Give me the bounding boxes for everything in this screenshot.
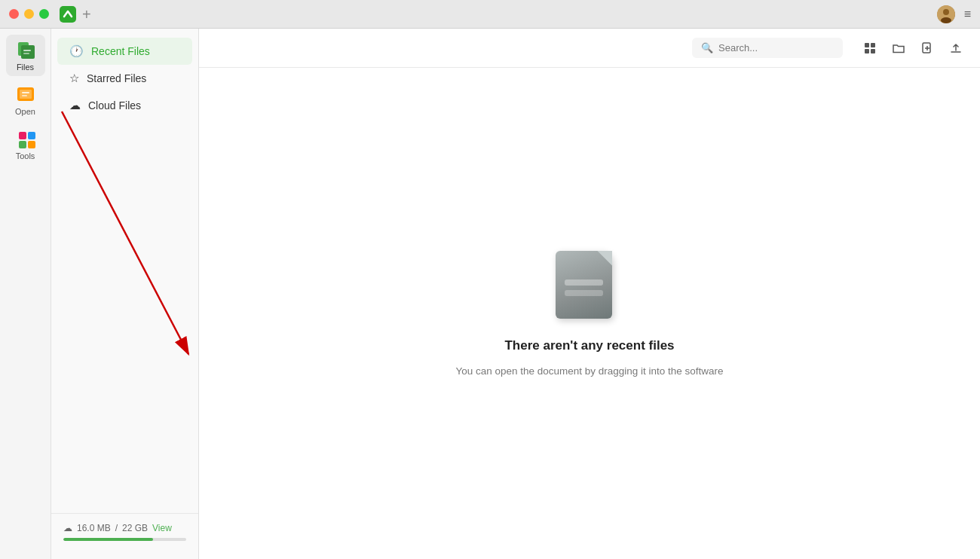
- nav-item-recent[interactable]: 🕐 Recent Files: [57, 38, 192, 65]
- files-label: Files: [17, 63, 34, 72]
- search-input[interactable]: [718, 42, 824, 53]
- svg-rect-10: [22, 92, 29, 93]
- svg-point-3: [941, 17, 951, 23]
- tools-label: Tools: [16, 151, 35, 160]
- storage-info: ☁ 16.0 MB / 22 GB View: [63, 523, 186, 533]
- svg-rect-0: [60, 6, 76, 23]
- minimize-button[interactable]: [24, 9, 34, 19]
- svg-point-2: [943, 9, 949, 15]
- menu-icon[interactable]: ≡: [964, 8, 971, 21]
- recent-icon: 🕐: [69, 44, 84, 58]
- empty-state: There aren't any recent files You can op…: [199, 68, 980, 559]
- svg-rect-19: [871, 49, 875, 53]
- nav-item-starred-label: Starred Files: [87, 72, 146, 84]
- open-label: Open: [15, 107, 35, 116]
- sidebar-item-tools[interactable]: Tools: [6, 124, 45, 165]
- nav-item-recent-label: Recent Files: [91, 45, 150, 57]
- svg-rect-16: [865, 43, 869, 47]
- empty-doc-shape: [556, 251, 612, 319]
- search-bar[interactable]: 🔍: [692, 38, 843, 58]
- tools-icon: [15, 128, 36, 149]
- toolbar: 🔍: [199, 29, 980, 68]
- close-button[interactable]: [9, 9, 19, 19]
- storage-total: 22 GB: [122, 523, 148, 533]
- empty-subtitle: You can open the document by dragging it…: [455, 365, 723, 377]
- files-icon: [15, 39, 36, 60]
- star-icon: ☆: [69, 72, 79, 85]
- empty-doc-line1: [565, 280, 603, 286]
- cloud-icon: ☁: [69, 99, 81, 112]
- empty-doc-fold: [597, 251, 612, 266]
- add-file-button[interactable]: [915, 36, 939, 60]
- storage-used: 16.0 MB: [77, 523, 111, 533]
- nav-sidebar-footer: ☁ 16.0 MB / 22 GB View: [51, 513, 198, 550]
- storage-bar-fill: [63, 538, 153, 541]
- storage-bar: [63, 538, 186, 541]
- storage-cloud-icon: ☁: [63, 523, 72, 533]
- new-tab-button[interactable]: +: [82, 7, 91, 22]
- svg-rect-6: [23, 50, 31, 51]
- storage-view-link[interactable]: View: [152, 523, 172, 533]
- traffic-lights: [9, 9, 49, 19]
- nav-item-cloud-label: Cloud Files: [88, 99, 141, 111]
- svg-rect-9: [20, 90, 32, 99]
- titlebar: + ≡: [0, 0, 980, 29]
- empty-title: There aren't any recent files: [504, 338, 674, 353]
- open-icon: [15, 84, 36, 105]
- svg-rect-14: [19, 141, 26, 148]
- titlebar-right: ≡: [937, 5, 971, 23]
- maximize-button[interactable]: [39, 9, 49, 19]
- user-avatar[interactable]: [937, 5, 955, 23]
- svg-rect-18: [865, 49, 869, 53]
- folder-button[interactable]: [887, 36, 911, 60]
- nav-sidebar: 🕐 Recent Files ☆ Starred Files ☁ Cloud F…: [51, 29, 199, 559]
- nav-item-starred[interactable]: ☆ Starred Files: [57, 65, 192, 92]
- svg-rect-11: [22, 95, 27, 96]
- icon-sidebar: Files Open Too: [0, 29, 51, 559]
- svg-rect-12: [19, 132, 26, 139]
- search-icon: 🔍: [701, 42, 713, 53]
- empty-doc-line2: [565, 290, 603, 296]
- toolbar-actions: [858, 36, 968, 60]
- nav-item-cloud[interactable]: ☁ Cloud Files: [57, 92, 192, 119]
- main-content: 🔍: [199, 29, 980, 559]
- svg-rect-7: [23, 53, 29, 54]
- svg-rect-17: [871, 43, 875, 47]
- storage-separator: /: [115, 523, 118, 533]
- sidebar-item-files[interactable]: Files: [6, 35, 45, 76]
- sidebar-item-open[interactable]: Open: [6, 79, 45, 121]
- app-body: Files Open Too: [0, 29, 980, 559]
- grid-view-button[interactable]: [858, 36, 882, 60]
- svg-rect-15: [28, 141, 35, 148]
- upload-button[interactable]: [944, 36, 968, 60]
- app-logo: [60, 6, 76, 23]
- svg-rect-13: [28, 132, 35, 139]
- svg-rect-5: [21, 45, 35, 59]
- empty-file-icon: [556, 251, 623, 326]
